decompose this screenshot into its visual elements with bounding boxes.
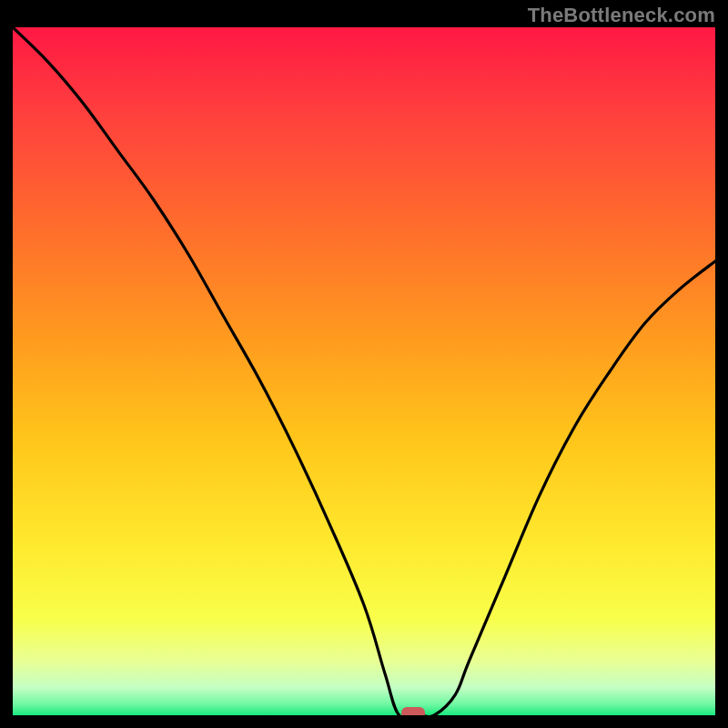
watermark-text: TheBottleneck.com xyxy=(528,4,715,27)
chart-frame: TheBottleneck.com xyxy=(0,0,728,728)
sweet-spot-marker xyxy=(401,707,425,715)
bottleneck-chart xyxy=(13,27,715,715)
plot-area xyxy=(13,27,715,715)
